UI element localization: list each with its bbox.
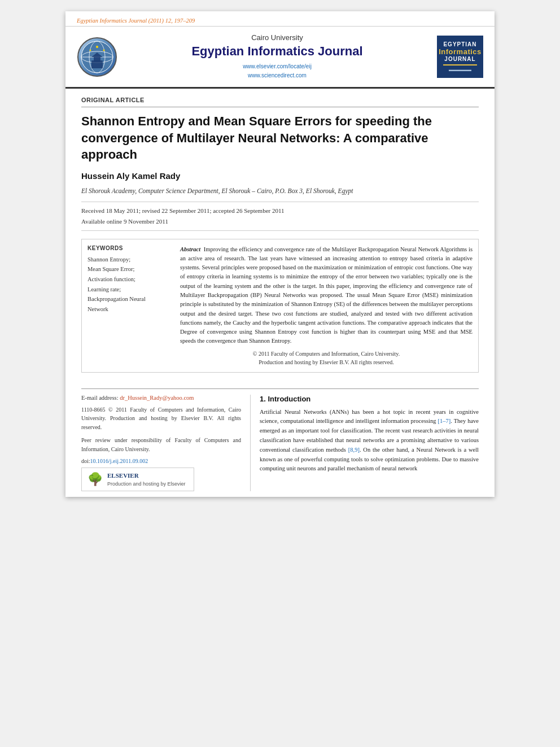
keyword-1: Shannon Entropy; [88,256,172,264]
cairo-university-logo [75,31,120,82]
keyword-5: Backpropagation Neural [88,295,172,304]
keywords-heading: KEYWORDS [88,245,172,251]
issn-text: 1110-8665 © 2011 Faculty of Computers an… [81,405,241,432]
abstract-column: Abstract Improving the efficiency and co… [180,245,473,366]
keyword-4: Learning rate; [88,286,172,294]
journal-urls: www.elsevier.com/locate/eij www.scienced… [125,62,429,80]
url1[interactable]: www.elsevier.com/locate/eij [243,63,312,69]
copyright-text: © 2011 Faculty of Computers and Informat… [180,350,473,366]
elsevier-logo-box: 🌳 ELSEVIER Production and hosting by Els… [81,468,194,491]
logo-circle [77,37,117,77]
elsevier-text: ELSEVIER Production and hosting by Elsev… [107,471,186,487]
svg-point-9 [103,49,105,51]
elsevier-tree-icon: 🌳 [88,472,103,487]
journal-title: Egyptian Informatics Journal [125,44,429,59]
citation-text: Egyptian Informatics Journal (2011) 12, … [77,18,195,24]
doi-value[interactable]: 10.1016/j.eij.2011.09.002 [90,458,148,464]
intro-text: Artificial Neural Networks (ANNs) has be… [260,408,479,474]
intro-body: Artificial Neural Networks (ANNs) has be… [260,409,479,472]
eij-line2: Informatics [439,47,482,56]
eij-line1: EGYPTIAN [443,41,476,47]
university-name: Cairo University [125,33,429,42]
abstract-label: Abstract [180,246,200,252]
main-content: ORIGINAL ARTICLE Shannon Entropy and Mea… [65,89,495,388]
keyword-6: Network [88,305,172,314]
author-name: Hussein Aly Kamel Rady [81,171,479,181]
author-affiliation: El Shorouk Academy, Computer Science Dep… [81,186,479,196]
email-line: E-mail address: dr_Hussein_Rady@yahoo.co… [81,395,241,401]
keyword-2: Mean Square Error; [88,265,172,274]
article-title: Shannon Entropy and Mean Square Errors f… [81,113,479,163]
footer-right: 1. Introduction Artificial Neural Networ… [251,395,479,491]
url2[interactable]: www.sciencedirect.com [248,72,307,78]
doi-line: doi:10.1016/j.eij.2011.09.002 [81,458,241,464]
article-type: ORIGINAL ARTICLE [81,97,479,107]
copyright-line2: Production and hosting by Elsevier B.V. … [259,359,394,365]
top-bar: Egyptian Informatics Journal (2011) 12, … [65,11,495,27]
received-date: Received 18 May 2011; revised 22 Septemb… [81,207,285,214]
email-address[interactable]: dr_Hussein_Rady@yahoo.com [120,395,194,401]
keywords-column: KEYWORDS Shannon Entropy; Mean Square Er… [88,245,172,366]
doi-label: doi: [81,458,90,464]
abstract-body: Improving the efficiency and convergence… [180,246,473,344]
keyword-3: Activation function; [88,276,172,284]
eij-logo-container: EGYPTIAN Informatics JOURNAL ▬▬▬▬▬ [435,31,485,82]
peer-review-text: Peer review under responsibility of Facu… [81,436,241,453]
header-center: Cairo University Egyptian Informatics Jo… [125,31,429,82]
eij-line3: JOURNAL [444,56,475,62]
available-date: Available online 9 November 2011 [81,218,168,225]
intro-ref2[interactable]: [8,9] [348,447,360,453]
elsevier-tagline: Production and hosting by Elsevier [107,480,186,488]
intro-ref1[interactable]: [1–7] [438,418,451,424]
footer-left: E-mail address: dr_Hussein_Rady@yahoo.co… [81,395,251,491]
page: Egyptian Informatics Journal (2011) 12, … [65,11,495,497]
svg-point-8 [90,49,91,51]
eij-logo: EGYPTIAN Informatics JOURNAL ▬▬▬▬▬ [437,36,483,78]
intro-heading: 1. Introduction [260,395,479,403]
svg-rect-5 [94,57,100,62]
email-label: E-mail address: [81,395,119,401]
svg-point-7 [96,46,98,48]
header-section: Cairo University Egyptian Informatics Jo… [65,27,495,89]
svg-rect-4 [91,60,103,68]
dates-section: Received 18 May 2011; revised 22 Septemb… [81,202,479,230]
abstract-text: Abstract Improving the efficiency and co… [180,245,473,346]
keywords-abstract-section: KEYWORDS Shannon Entropy; Mean Square Er… [81,239,479,373]
copyright-line1: © 2011 Faculty of Computers and Informat… [253,351,400,357]
footer-section: E-mail address: dr_Hussein_Rady@yahoo.co… [65,389,495,497]
